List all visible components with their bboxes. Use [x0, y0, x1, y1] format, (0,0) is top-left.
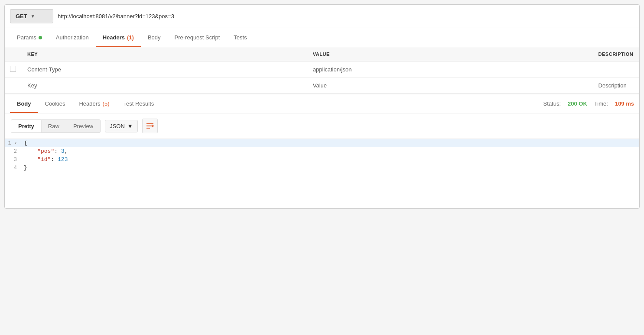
- headers-table: KEY VALUE DESCRIPTION Content-Type appli…: [5, 47, 639, 93]
- col-header-checkbox: [5, 47, 22, 61]
- line-number-2: 2: [5, 148, 22, 155]
- code-line-1: 1 ▾ {: [5, 139, 639, 147]
- line-number-1: 1 ▾: [5, 140, 22, 146]
- url-input[interactable]: [58, 13, 634, 19]
- header-value-placeholder[interactable]: Value: [308, 78, 593, 93]
- time-value: 109 ms: [615, 100, 634, 107]
- header-desc-placeholder[interactable]: Description: [593, 78, 639, 93]
- method-select[interactable]: GET ▼: [10, 9, 53, 23]
- json-type-select[interactable]: JSON ▼: [105, 120, 138, 132]
- tab-cookies[interactable]: Cookies: [38, 94, 72, 113]
- col-header-description: DESCRIPTION: [593, 47, 639, 61]
- tab-params-label: Params: [17, 34, 36, 41]
- tab-response-headers-label: Headers: [79, 100, 100, 107]
- tab-body-label: Body: [148, 34, 161, 41]
- body-toolbar: Pretty Raw Preview JSON ▼: [5, 113, 639, 139]
- response-tabs: Body Cookies Headers (5) Test Results: [10, 94, 543, 113]
- format-tab-raw[interactable]: Raw: [41, 120, 66, 132]
- table-row: Key Value Description: [5, 78, 639, 93]
- response-section: Body Cookies Headers (5) Test Results St…: [5, 93, 639, 208]
- url-bar: GET ▼: [5, 5, 639, 28]
- code-area: 1 ▾ { 2 "pos": 3, 3 "id": 123: [5, 139, 639, 208]
- json-type-chevron-icon: ▼: [127, 123, 133, 129]
- tab-tests[interactable]: Tests: [227, 28, 254, 47]
- code-line-2: 2 "pos": 3,: [5, 147, 639, 155]
- tab-headers[interactable]: Headers (1): [96, 28, 141, 47]
- line-number-4: 4: [5, 165, 22, 171]
- format-tab-pretty[interactable]: Pretty: [11, 120, 41, 132]
- tab-pre-request-label: Pre-request Script: [175, 34, 220, 41]
- request-tabs: Params Authorization Headers (1) Body Pr…: [5, 28, 639, 47]
- tab-response-headers[interactable]: Headers (5): [72, 94, 116, 113]
- tab-response-body-label: Body: [17, 100, 31, 107]
- response-headers-badge: (5): [103, 100, 110, 107]
- tab-pre-request[interactable]: Pre-request Script: [168, 28, 227, 47]
- method-chevron-icon: ▼: [31, 14, 35, 19]
- params-dot-badge: [39, 36, 42, 39]
- tab-response-body[interactable]: Body: [10, 94, 38, 113]
- tab-headers-label: Headers: [103, 34, 125, 41]
- time-label: Time:: [594, 100, 608, 107]
- header-key-cell[interactable]: Content-Type: [22, 61, 308, 78]
- tab-authorization-label: Authorization: [56, 34, 89, 41]
- tab-params[interactable]: Params: [10, 28, 49, 47]
- header-key-placeholder[interactable]: Key: [22, 78, 308, 93]
- tab-body[interactable]: Body: [141, 28, 168, 47]
- tab-tests-label: Tests: [234, 34, 247, 41]
- code-line-3: 3 "id": 123: [5, 155, 639, 164]
- tab-test-results-label: Test Results: [124, 100, 154, 107]
- tab-authorization[interactable]: Authorization: [49, 28, 96, 47]
- json-type-label: JSON: [110, 123, 125, 129]
- col-header-value: VALUE: [308, 47, 593, 61]
- tab-test-results[interactable]: Test Results: [117, 94, 161, 113]
- headers-badge: (1): [127, 34, 134, 41]
- tab-cookies-label: Cookies: [45, 100, 65, 107]
- response-tabs-bar: Body Cookies Headers (5) Test Results St…: [5, 94, 639, 113]
- app-container: GET ▼ Params Authorization Headers (1) B…: [4, 4, 640, 209]
- status-label: Status:: [543, 100, 561, 107]
- header-value-cell[interactable]: application/json: [308, 61, 593, 78]
- format-tab-preview[interactable]: Preview: [66, 120, 100, 132]
- line-number-3: 3: [5, 157, 22, 163]
- response-status: Status: 200 OK Time: 109 ms: [543, 95, 634, 112]
- row-checkbox[interactable]: [10, 66, 16, 72]
- wrap-button[interactable]: [142, 119, 158, 133]
- status-value: 200 OK: [568, 100, 587, 107]
- col-header-key: KEY: [22, 47, 308, 61]
- method-label: GET: [16, 13, 27, 19]
- fold-arrow-icon[interactable]: ▾: [14, 141, 17, 146]
- wrap-icon: [146, 122, 154, 130]
- code-line-4: 4 }: [5, 164, 639, 172]
- header-desc-cell[interactable]: [593, 61, 639, 78]
- table-row: Content-Type application/json: [5, 61, 639, 78]
- format-tabs: Pretty Raw Preview: [11, 119, 101, 133]
